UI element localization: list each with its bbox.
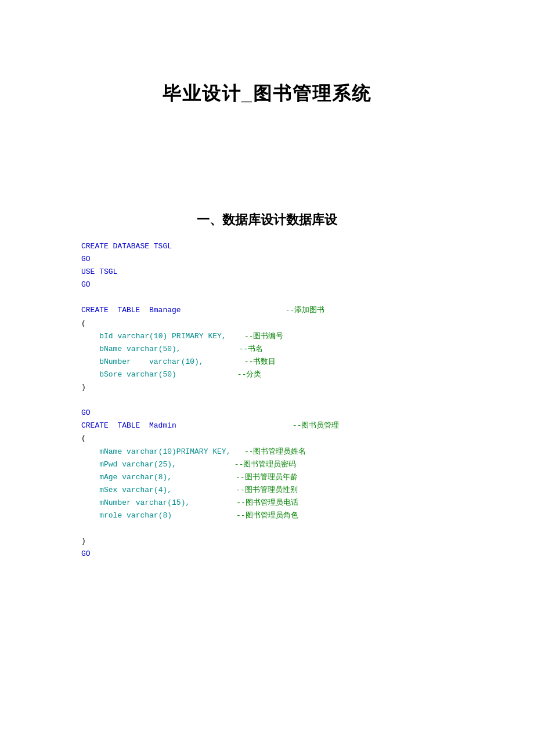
code-line: (	[81, 317, 488, 330]
page: 毕业设计_图书管理系统 一、数据库设计数据库设 CREATE DATABASE …	[0, 0, 534, 756]
comment: --书名	[239, 345, 264, 353]
code-line: CREATE TABLE Bmanage--添加图书	[81, 304, 488, 317]
code-line: CREATE TABLE Madmin--图书员管理	[81, 419, 488, 432]
comment: --书数目	[244, 357, 276, 366]
comment: --图书管理员姓名	[244, 447, 306, 456]
code-line: USE TSGL	[81, 266, 488, 278]
code-line: GO	[81, 278, 488, 291]
code-line: bSore varchar(50)--分类	[81, 368, 488, 381]
code-line: mSex varchar(4),--图书管理员性别	[81, 484, 488, 497]
code-line: (	[81, 432, 488, 445]
plain: )	[81, 383, 86, 392]
comment: --分类	[237, 370, 262, 379]
comment: --图书管理员性别	[236, 486, 298, 494]
code-line: bId varchar(10) PRIMARY KEY, --图书编号	[81, 330, 488, 343]
main-title: 毕业设计_图书管理系统	[46, 81, 488, 107]
code-line	[81, 522, 488, 535]
code-line: GO	[81, 407, 488, 419]
keyword: GO	[81, 549, 91, 558]
code-line: bName varchar(50),--书名	[81, 343, 488, 356]
keyword: CREATE TABLE Madmin	[81, 421, 176, 430]
code-line: mName varchar(10)PRIMARY KEY, --图书管理员姓名	[81, 446, 488, 458]
comment: --图书管理员密码	[234, 460, 297, 469]
code-line: mAge varchar(8),--图书管理员年龄	[81, 471, 488, 484]
code-line: bNumber varchar(10),--书数目	[81, 356, 488, 368]
code-line: GO	[81, 548, 488, 560]
identifier: mPwd varchar(25),	[99, 460, 176, 469]
comment: --图书员管理	[293, 421, 340, 430]
plain: (	[81, 434, 86, 443]
keyword: GO	[81, 408, 91, 417]
code-line	[81, 291, 488, 304]
identifier: bId varchar(10) PRIMARY KEY,	[99, 332, 226, 341]
identifier: mrole varchar(8)	[99, 511, 172, 520]
keyword: CREATE TABLE Bmanage	[81, 306, 181, 314]
code-line: mrole varchar(8)--图书管理员角色	[81, 509, 488, 522]
code-line: mNumber varchar(15),--图书管理员电话	[81, 497, 488, 509]
identifier: bName varchar(50),	[99, 345, 181, 353]
identifier: bSore varchar(50)	[99, 370, 176, 379]
comment: --图书管理员角色	[236, 511, 298, 520]
plain: (	[81, 319, 86, 328]
identifier: mSex varchar(4),	[99, 486, 172, 494]
section-heading: 一、数据库设计数据库设	[46, 211, 488, 229]
code-block: CREATE DATABASE TSGL GO USE TSGL GO CREA…	[81, 240, 488, 560]
code-line: mPwd varchar(25),--图书管理员密码	[81, 458, 488, 471]
plain: )	[81, 537, 86, 545]
identifier: mName varchar(10)PRIMARY KEY,	[99, 447, 230, 456]
comment: --图书管理员年龄	[236, 473, 298, 482]
keyword: GO	[81, 280, 91, 289]
keyword: CREATE DATABASE TSGL	[81, 242, 172, 251]
keyword: USE TSGL	[81, 267, 117, 276]
code-line	[81, 394, 488, 407]
comment: --图书管理员电话	[236, 498, 298, 507]
identifier: mNumber varchar(15),	[99, 498, 190, 507]
code-line: GO	[81, 253, 488, 266]
code-line: )	[81, 381, 488, 394]
keyword: GO	[81, 255, 91, 263]
identifier: mAge varchar(8),	[99, 473, 172, 482]
comment: --添加图书	[286, 306, 325, 314]
code-line: )	[81, 535, 488, 548]
comment: --图书编号	[244, 332, 284, 341]
identifier: bNumber varchar(10),	[99, 357, 203, 366]
code-line: CREATE DATABASE TSGL	[81, 240, 488, 253]
title-section: 毕业设计_图书管理系统	[46, 81, 488, 107]
